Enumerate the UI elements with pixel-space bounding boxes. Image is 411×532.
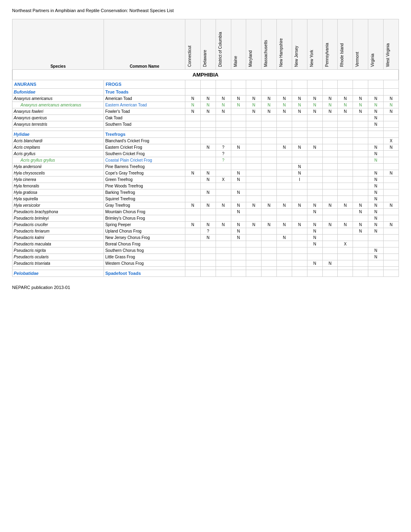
header-massachusetts: Massachusetts bbox=[262, 19, 277, 70]
species-table: Species Common Name Connecticut Delaware… bbox=[12, 19, 399, 277]
species-name: Acris gryllus bbox=[12, 151, 104, 157]
table-row: Pseudacris brachyphonaMountain Chorus Fr… bbox=[12, 209, 399, 215]
data-cell bbox=[262, 144, 277, 151]
data-cell bbox=[338, 170, 353, 177]
data-cell bbox=[322, 228, 338, 235]
table-row bbox=[12, 128, 399, 131]
data-cell bbox=[246, 157, 262, 164]
data-cell bbox=[262, 138, 277, 144]
data-cell bbox=[383, 115, 399, 121]
data-cell bbox=[322, 196, 338, 202]
data-cell bbox=[307, 121, 322, 128]
data-cell bbox=[216, 196, 231, 202]
data-cell: X bbox=[383, 138, 399, 144]
table-row: Hyla femoralisPine Woods TreefrogN bbox=[12, 183, 399, 189]
data-cell: N bbox=[262, 96, 277, 102]
data-cell: N bbox=[200, 202, 216, 209]
data-cell bbox=[353, 183, 368, 189]
data-cell bbox=[292, 254, 307, 260]
data-cell bbox=[292, 196, 307, 202]
data-cell bbox=[185, 115, 201, 121]
data-cell bbox=[383, 254, 399, 260]
data-cell bbox=[383, 235, 399, 241]
data-cell: ? bbox=[216, 157, 231, 164]
data-cell bbox=[322, 157, 338, 164]
data-cell: N bbox=[216, 108, 231, 115]
data-cell bbox=[246, 138, 262, 144]
data-cell bbox=[200, 164, 216, 170]
data-cell: N bbox=[200, 235, 216, 241]
table-row: Pseudacris maculataBoreal Chorus FrogNX bbox=[12, 241, 399, 247]
data-cell bbox=[322, 215, 338, 222]
common-name: Gray Treefrog bbox=[104, 202, 185, 209]
data-cell bbox=[216, 260, 231, 267]
data-cell bbox=[322, 254, 338, 260]
data-cell bbox=[292, 138, 307, 144]
data-cell bbox=[338, 209, 353, 215]
data-cell bbox=[338, 144, 353, 151]
data-cell bbox=[246, 247, 262, 254]
data-cell: N bbox=[277, 222, 292, 228]
species-name: Anaxyrus fowleri bbox=[12, 108, 104, 115]
data-cell bbox=[383, 241, 399, 247]
data-cell bbox=[216, 170, 231, 177]
data-cell: N bbox=[200, 170, 216, 177]
data-cell: N bbox=[185, 202, 201, 209]
data-cell bbox=[200, 183, 216, 189]
common-name: Southern Toad bbox=[104, 121, 185, 128]
data-cell bbox=[246, 189, 262, 196]
species-name: Hyla squirella bbox=[12, 196, 104, 202]
data-cell: N bbox=[200, 108, 216, 115]
data-cell bbox=[322, 144, 338, 151]
data-cell bbox=[185, 189, 201, 196]
data-cell bbox=[307, 115, 322, 121]
data-cell bbox=[338, 247, 353, 254]
header-virginia: Virginia bbox=[368, 19, 384, 70]
data-cell: N bbox=[307, 108, 322, 115]
data-cell bbox=[262, 177, 277, 183]
data-cell bbox=[338, 260, 353, 267]
data-cell bbox=[353, 247, 368, 254]
data-cell bbox=[338, 138, 353, 144]
data-cell bbox=[200, 247, 216, 254]
data-cell bbox=[277, 157, 292, 164]
data-cell: N bbox=[383, 96, 399, 102]
common-name: Eastern Cricket Frog bbox=[104, 144, 185, 151]
common-name: Little Grass Frog bbox=[104, 254, 185, 260]
species-name: Hyla cinerea bbox=[12, 177, 104, 183]
data-cell: N bbox=[368, 189, 384, 196]
data-cell bbox=[200, 215, 216, 222]
data-cell bbox=[185, 164, 201, 170]
species-name: Acris blanchardi bbox=[12, 138, 104, 144]
table-row: Anaxyrus americanusAmerican ToadNNNNNNNN… bbox=[12, 96, 399, 102]
data-cell bbox=[277, 115, 292, 121]
data-cell bbox=[322, 183, 338, 189]
header-new-york: New York bbox=[307, 19, 322, 70]
data-cell: N bbox=[231, 144, 246, 151]
data-cell: N bbox=[383, 108, 399, 115]
data-cell bbox=[262, 215, 277, 222]
data-cell: N bbox=[277, 102, 292, 108]
data-cell: N bbox=[368, 196, 384, 202]
data-cell: N bbox=[292, 108, 307, 115]
family-common-label: Treefrogs bbox=[104, 131, 185, 138]
data-cell bbox=[368, 241, 384, 247]
data-cell: N bbox=[307, 144, 322, 151]
table-row: Pseudacris feriarumUpland Chorus Frog?NN… bbox=[12, 228, 399, 235]
data-cell bbox=[292, 157, 307, 164]
table-row: Hyla andersoniiPine Barrens TreefrogN bbox=[12, 164, 399, 170]
common-name: American Toad bbox=[104, 96, 185, 102]
data-cell: N bbox=[368, 157, 384, 164]
data-cell bbox=[307, 183, 322, 189]
data-cell bbox=[353, 196, 368, 202]
data-cell bbox=[292, 209, 307, 215]
data-cell bbox=[368, 164, 384, 170]
data-cell bbox=[185, 177, 201, 183]
data-cell bbox=[200, 260, 216, 267]
data-cell bbox=[277, 254, 292, 260]
data-cell bbox=[277, 215, 292, 222]
data-cell: N bbox=[353, 209, 368, 215]
data-cell: N bbox=[353, 202, 368, 209]
data-cell: N bbox=[368, 170, 384, 177]
data-cell bbox=[353, 164, 368, 170]
